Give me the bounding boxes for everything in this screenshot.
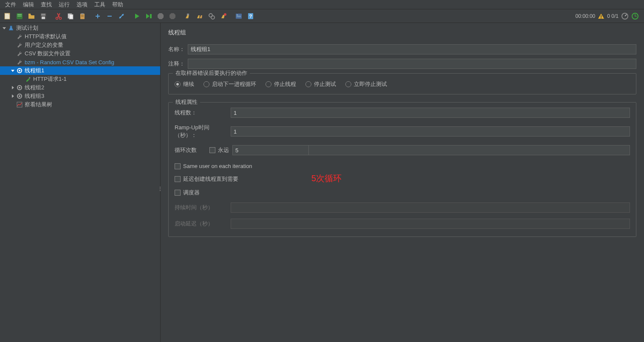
gear-icon xyxy=(16,84,23,91)
stop-icon[interactable] xyxy=(155,11,166,21)
tree-item-3[interactable]: CSV 数据文件设置 xyxy=(0,49,160,58)
tree-arrow-icon xyxy=(10,102,15,107)
rampup-input[interactable] xyxy=(231,126,630,137)
tree-panel: 测试计划HTTP请求默认值用户定义的变量CSV 数据文件设置bzm - Rand… xyxy=(0,23,161,342)
reset-search-icon[interactable] xyxy=(218,11,229,21)
radio-option-1[interactable]: 启动下一进程循环 xyxy=(203,80,256,88)
tree-arrow-icon[interactable] xyxy=(2,26,7,31)
menu-help[interactable]: 帮助 xyxy=(109,0,127,9)
gauge-icon[interactable] xyxy=(621,12,629,20)
tree-item-8[interactable]: 线程组3 xyxy=(0,92,160,100)
svg-rect-12 xyxy=(81,13,84,14)
collapse-icon[interactable] xyxy=(105,11,115,21)
tree-item-label: 测试计划 xyxy=(16,24,38,32)
svg-rect-29 xyxy=(601,17,602,18)
tree-item-label: HTTP请求默认值 xyxy=(25,33,67,40)
svg-rect-24 xyxy=(237,16,241,16)
paste-icon[interactable] xyxy=(77,11,88,21)
scheduler-label: 调度器 xyxy=(183,189,200,197)
delay-thread-label: 延迟创建线程直到需要 xyxy=(183,175,238,183)
svg-point-16 xyxy=(122,14,124,16)
tree-item-label: CSV 数据文件设置 xyxy=(25,50,71,57)
radio-option-label: 继续 xyxy=(183,80,194,88)
menu-tools[interactable]: 工具 xyxy=(91,0,109,9)
loop-count-input[interactable] xyxy=(232,145,310,155)
clear-icon[interactable] xyxy=(183,11,193,21)
help-icon[interactable]: ? xyxy=(246,11,256,21)
svg-rect-10 xyxy=(69,14,73,19)
clear-all-icon[interactable] xyxy=(195,11,205,21)
run-status-icon xyxy=(631,12,639,20)
shutdown-icon[interactable] xyxy=(167,11,178,21)
menu-run[interactable]: 运行 xyxy=(55,0,73,9)
save-icon[interactable] xyxy=(38,11,48,21)
tree-item-1[interactable]: HTTP请求默认值 xyxy=(0,32,160,41)
tree-item-7[interactable]: 线程组2 xyxy=(0,83,160,92)
radio-icon xyxy=(266,81,271,87)
toggle-icon[interactable] xyxy=(116,11,127,21)
gear-icon xyxy=(16,67,23,74)
rampup-label: Ramp-Up时间（秒）： xyxy=(175,124,231,139)
tree-item-6[interactable]: HTTP请求1-1 xyxy=(0,75,160,83)
loop-count-input-ext[interactable] xyxy=(308,145,630,155)
startup-delay-label: 启动延迟（秒） xyxy=(175,220,231,228)
wrench-icon xyxy=(16,50,23,57)
menu-search[interactable]: 查找 xyxy=(37,0,55,9)
cut-icon[interactable] xyxy=(54,11,64,21)
tree-arrow-icon[interactable] xyxy=(10,94,15,99)
thread-group-panel: 线程组 名称： 注释： 在取样器错误后要执行的动作 继续启动下一进程循环停止线程… xyxy=(161,23,644,342)
gear-icon xyxy=(16,93,23,100)
tree-item-4[interactable]: bzm - Random CSV Data Set Config xyxy=(0,58,160,66)
comment-label: 注释： xyxy=(168,60,188,68)
copy-icon[interactable] xyxy=(65,11,76,21)
svg-rect-6 xyxy=(42,17,45,19)
threads-label: 线程数： xyxy=(175,109,231,117)
menu-file[interactable]: 文件 xyxy=(2,0,20,9)
menu-edit[interactable]: 编辑 xyxy=(20,0,37,9)
name-input[interactable] xyxy=(188,44,636,54)
radio-option-0[interactable]: 继续 xyxy=(175,80,194,88)
elapsed-time: 00:00:00 xyxy=(576,13,596,19)
panel-title: 线程组 xyxy=(168,29,636,37)
forever-checkbox[interactable] xyxy=(209,147,215,153)
chart-icon xyxy=(16,101,23,108)
menu-options[interactable]: 选项 xyxy=(73,0,91,9)
tree-item-label: 线程组2 xyxy=(25,84,44,91)
tree-arrow-icon[interactable] xyxy=(10,85,15,90)
thread-props-fieldset: 线程属性 线程数： Ramp-Up时间（秒）： 循环次数 永远 Same use… xyxy=(168,102,636,237)
scheduler-checkbox[interactable] xyxy=(175,190,181,196)
same-user-checkbox[interactable] xyxy=(175,163,181,169)
delay-thread-checkbox[interactable] xyxy=(175,176,181,182)
splitter-handle[interactable] xyxy=(158,182,162,195)
tree-arrow-icon xyxy=(10,43,15,48)
start-notimer-icon[interactable] xyxy=(144,11,154,21)
radio-option-3[interactable]: 停止测试 xyxy=(305,80,336,88)
tree-item-5[interactable]: 线程组1 xyxy=(0,66,160,75)
threads-input[interactable] xyxy=(231,108,630,118)
open-icon[interactable] xyxy=(26,11,37,21)
tree-item-label: 线程组1 xyxy=(25,67,44,74)
tree-item-0[interactable]: 测试计划 xyxy=(0,24,160,32)
tree-arrow-icon[interactable] xyxy=(10,68,15,73)
warning-icon[interactable] xyxy=(598,13,604,20)
svg-point-15 xyxy=(119,17,121,18)
svg-point-37 xyxy=(19,87,20,88)
loop-label: 循环次数 xyxy=(175,146,209,154)
tree-item-2[interactable]: 用户定义的变量 xyxy=(0,41,160,49)
start-icon[interactable] xyxy=(132,11,142,21)
function-helper-icon[interactable] xyxy=(234,11,244,21)
tree-item-label: bzm - Random CSV Data Set Config xyxy=(25,59,114,66)
new-icon[interactable] xyxy=(3,11,13,21)
radio-option-2[interactable]: 停止线程 xyxy=(266,80,296,88)
radio-option-label: 立即停止测试 xyxy=(354,80,387,88)
expand-icon[interactable] xyxy=(93,11,103,21)
radio-option-4[interactable]: 立即停止测试 xyxy=(345,80,387,88)
comment-input[interactable] xyxy=(188,59,636,69)
search-icon[interactable] xyxy=(206,11,217,21)
dropper-icon xyxy=(25,76,31,83)
same-user-label: Same user on each iteration xyxy=(183,163,252,169)
thread-props-legend: 线程属性 xyxy=(173,98,200,106)
tree-item-9[interactable]: 察看结果树 xyxy=(0,100,160,109)
templates-icon[interactable] xyxy=(14,11,25,21)
startup-delay-input xyxy=(231,219,630,229)
